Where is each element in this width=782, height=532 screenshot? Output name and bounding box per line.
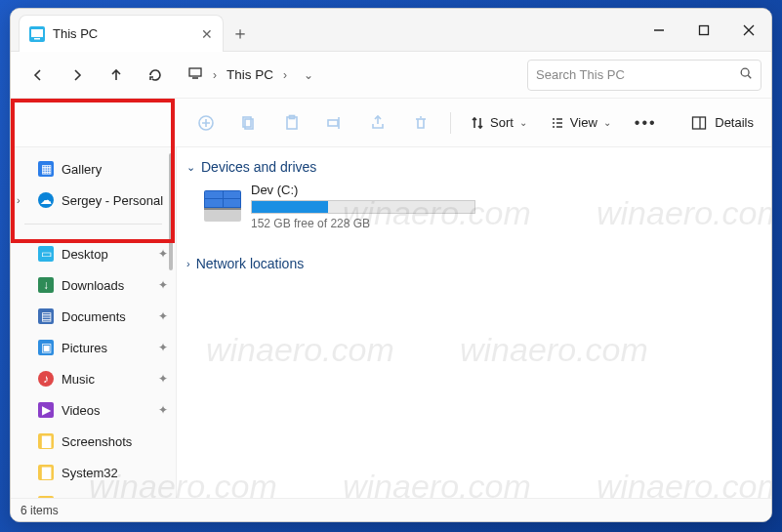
close-button[interactable] <box>726 9 771 51</box>
pin-icon: ✦ <box>158 341 168 354</box>
svg-rect-16 <box>693 117 706 129</box>
scrollbar-thumb[interactable] <box>169 153 173 270</box>
pictures-icon: ▣ <box>38 340 54 355</box>
chevron-down-icon: ⌄ <box>603 117 611 128</box>
onedrive-icon: ☁ <box>38 192 54 208</box>
sidebar-item-label: copilot icons <box>62 497 132 499</box>
sidebar-item-label: Gallery <box>62 162 102 177</box>
sidebar-item-label: Videos <box>62 403 101 418</box>
view-icon <box>551 116 564 130</box>
drive-item-c[interactable]: Dev (C:) 152 GB free of 228 GB <box>186 181 761 236</box>
sort-button[interactable]: Sort ⌄ <box>461 105 537 141</box>
sidebar-item-music[interactable]: ♪Music✦ <box>11 363 176 394</box>
music-icon: ♪ <box>38 371 54 387</box>
back-button[interactable] <box>21 58 56 93</box>
downloads-icon: ↓ <box>38 277 54 293</box>
sidebar-item-onedrive[interactable]: › ☁ Sergey - Personal <box>11 184 176 216</box>
paste-button[interactable] <box>272 105 311 141</box>
minimize-button[interactable] <box>637 9 681 51</box>
command-bar: Sort ⌄ View ⌄ ••• Details <box>11 99 771 147</box>
sidebar-item-screenshots[interactable]: ▇Screenshots <box>11 426 176 457</box>
sidebar-item-copilot-icons[interactable]: ▇copilot icons <box>11 488 176 498</box>
more-button[interactable]: ••• <box>625 105 667 141</box>
group-devices-and-drives[interactable]: ⌄ Devices and drives <box>186 153 761 181</box>
pin-icon: ✦ <box>158 309 168 323</box>
sidebar-item-documents[interactable]: ▤Documents✦ <box>11 301 176 332</box>
group-title: Network locations <box>196 256 305 271</box>
tab-close-icon[interactable]: ✕ <box>201 26 213 42</box>
details-pane-button[interactable]: Details <box>679 115 765 131</box>
status-bar: 6 items <box>11 498 771 521</box>
delete-button[interactable] <box>401 105 440 141</box>
sort-label: Sort <box>490 115 514 130</box>
sidebar-item-gallery[interactable]: ▦ Gallery <box>11 153 176 184</box>
drive-icon <box>204 190 241 224</box>
tab-this-pc[interactable]: This PC ✕ <box>19 15 224 52</box>
chevron-right-icon[interactable]: › <box>17 194 21 206</box>
svg-rect-6 <box>189 68 201 76</box>
sidebar-item-label: Documents <box>62 309 126 324</box>
navigation-pane[interactable]: ▦ Gallery › ☁ Sergey - Personal ▭Desktop… <box>11 147 177 498</box>
content-area[interactable]: ⌄ Devices and drives Dev (C:) 152 GB fre… <box>177 147 771 498</box>
titlebar: This PC ✕ ＋ <box>11 9 771 52</box>
rename-button[interactable] <box>315 105 354 141</box>
chevron-down-icon: ⌄ <box>519 117 527 128</box>
sidebar-item-label: Music <box>62 372 95 387</box>
share-button[interactable] <box>358 105 397 141</box>
address-bar[interactable]: › This PC › <box>177 59 298 92</box>
sidebar-item-system32[interactable]: ▇System32 <box>11 457 176 488</box>
view-label: View <box>570 115 597 130</box>
group-title: Devices and drives <box>201 159 316 175</box>
search-placeholder: Search This PC <box>536 67 625 82</box>
svg-rect-3 <box>700 25 709 34</box>
svg-rect-1 <box>34 38 40 40</box>
forward-button[interactable] <box>60 58 95 93</box>
details-icon <box>691 115 707 131</box>
svg-line-9 <box>748 75 751 78</box>
sidebar-item-pictures[interactable]: ▣Pictures✦ <box>11 332 176 363</box>
file-explorer-window: This PC ✕ ＋ › This PC › ⌄ Search This PC <box>10 8 772 522</box>
divider <box>24 224 162 225</box>
chevron-down-icon: ⌄ <box>186 161 195 174</box>
sidebar-item-label: Desktop <box>62 247 108 262</box>
gallery-icon: ▦ <box>38 161 54 177</box>
videos-icon: ▶ <box>38 402 54 418</box>
monitor-icon <box>187 65 203 84</box>
sidebar-item-downloads[interactable]: ↓Downloads✦ <box>11 269 176 301</box>
sidebar-item-label: Sergey - Personal <box>62 193 163 208</box>
svg-rect-0 <box>31 29 43 37</box>
sidebar-item-label: Screenshots <box>62 434 132 449</box>
chevron-right-icon: › <box>213 68 217 82</box>
pin-icon: ✦ <box>158 247 168 261</box>
pin-icon: ✦ <box>158 372 168 386</box>
group-network-locations[interactable]: › Network locations <box>186 250 761 277</box>
sidebar-item-videos[interactable]: ▶Videos✦ <box>11 394 176 426</box>
tab-label: This PC <box>53 26 98 41</box>
folder-icon: ▇ <box>38 433 54 449</box>
documents-icon: ▤ <box>38 308 54 324</box>
view-button[interactable]: View ⌄ <box>541 105 621 141</box>
svg-point-8 <box>741 68 749 76</box>
desktop-icon: ▭ <box>38 246 54 262</box>
details-label: Details <box>715 115 754 130</box>
breadcrumb-location[interactable]: This PC <box>226 67 273 82</box>
window-controls <box>637 9 771 51</box>
search-input[interactable]: Search This PC <box>527 60 761 91</box>
pin-icon: ✦ <box>158 403 168 417</box>
drive-capacity-bar <box>251 200 475 214</box>
new-tab-button[interactable]: ＋ <box>224 15 257 51</box>
status-text: 6 items <box>21 504 59 517</box>
drive-info: Dev (C:) 152 GB free of 228 GB <box>251 183 475 230</box>
sidebar-item-label: Downloads <box>62 278 124 293</box>
up-button[interactable] <box>99 58 134 93</box>
ellipsis-icon: ••• <box>635 114 657 132</box>
address-dropdown-icon[interactable]: ⌄ <box>304 68 313 82</box>
drive-name: Dev (C:) <box>251 183 475 197</box>
separator <box>450 112 451 134</box>
maximize-button[interactable] <box>681 9 726 51</box>
sidebar-item-desktop[interactable]: ▭Desktop✦ <box>11 238 176 269</box>
copy-button[interactable] <box>229 105 268 141</box>
refresh-button[interactable] <box>138 58 173 93</box>
new-button[interactable] <box>186 105 226 141</box>
chevron-right-icon: › <box>186 258 190 269</box>
